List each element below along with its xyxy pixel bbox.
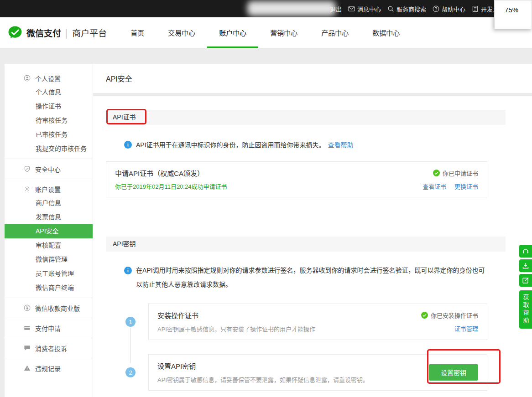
sidebar-label: 安全中心 [35, 165, 61, 174]
step-indicator-column: 2 [106, 354, 148, 391]
page-title-bar: API安全 [93, 64, 532, 93]
service-provider-search-label: 服务商搜索 [396, 5, 426, 13]
main-header: 微信支付 | 商户平台 首页 交易中心 账户中心 营销中心 产品中心 数据中心 [0, 17, 532, 48]
sidebar-item-violation-records[interactable]: 违规记录 [5, 361, 93, 375]
step-set-api-key-desc: API密钥属于敏感信息，请妥善保管不要泄露，如果怀疑信息泄露，请重设密钥。 [157, 375, 369, 384]
api-key-info: 在API调用时用来按照指定规则对你的请求参数进行签名，服务器收到你的请求时会进行… [124, 263, 489, 292]
info-icon [124, 267, 132, 274]
api-cert-info-text: API证书用于在通讯中标识你的身份，防止因盗用而给你带来损失。 [136, 140, 325, 150]
sidebar-group-violation: 违规记录 [5, 358, 93, 378]
step-install-cert-desc: API密钥属于敏感信息，只有安装了操作证书的用户才能操作 [157, 325, 315, 333]
help-center-link[interactable]: 帮助中心 [433, 5, 465, 13]
wechat-pay-merchant-platform: 退出 消息中心 服务商搜索 帮助中心 开发文档 [0, 0, 532, 397]
api-cert-card-right: 你已申请证书 查看证书 更换证书 [422, 168, 478, 191]
help-center-label: 帮助中心 [442, 5, 465, 13]
sidebar-item-security-center[interactable]: 安全中心 [5, 162, 93, 176]
step-set-api-key-title: 设置API密钥 [157, 361, 369, 371]
brand-name: 微信支付 [26, 26, 61, 39]
cert-manage-link[interactable]: 证书管理 [454, 325, 478, 332]
sidebar-label: 微信收款商业版 [35, 304, 80, 313]
sidebar-group-personal: 个人设置 个人信息 操作证书 待审核任务 已审核任务 我提交的审核任务 [5, 71, 93, 159]
platform-name: 商户平台 [72, 26, 107, 39]
step-set-api-key-box: 设置API密钥 API密钥属于敏感信息，请妥善保管不要泄露，如果怀疑信息泄露，请… [148, 354, 487, 391]
api-key-section-title: API密钥 [113, 240, 136, 247]
document-icon [472, 5, 479, 12]
sidebar-item-my-submitted-tasks[interactable]: 我提交的审核任务 [5, 142, 93, 156]
chat-bubble-icon [24, 345, 31, 351]
sidebar-item-merchant-terminal[interactable]: 微信商户终端 [5, 281, 93, 295]
sidebar-item-personal-settings[interactable]: 个人设置 [5, 71, 93, 85]
api-cert-card: 申请API证书（权威CA颁发） 你已于2019年02月11日20:24成功申请证… [106, 161, 487, 197]
sidebar-item-operation-cert[interactable]: 操作证书 [5, 99, 93, 113]
api-cert-card-subtitle: 你已于2019年02月11日20:24成功申请证书 [115, 182, 227, 191]
sidebar-item-merchant-info[interactable]: 商户信息 [5, 196, 93, 210]
info-icon [124, 141, 132, 149]
sidebar-item-reviewed-tasks[interactable]: 已审核任务 [5, 128, 93, 142]
step-set-api-key: 2 设置API密钥 API密钥属于敏感信息，请妥善保管不要泄露，如果怀疑信息泄露… [106, 354, 506, 391]
service-provider-search-link[interactable]: 服务商搜索 [387, 5, 426, 13]
install-cert-status-text: 你已安装操作证书 [431, 311, 478, 320]
get-help-button[interactable]: 获取帮助 [519, 290, 532, 329]
sidebar-item-wechat-group-mgmt[interactable]: 微信群管理 [5, 253, 93, 267]
browser-zoom-popup[interactable]: 75% [494, 0, 532, 29]
tab-home[interactable]: 首页 [119, 17, 156, 48]
api-key-steps: 1 安装操作证书 API密钥属于敏感信息，只有安装了操作证书的用户才能操作 你已… [106, 304, 506, 391]
sidebar-group-account: 账户设置 商户信息 发票信息 API安全 审核配置 微信群管理 员工账号管理 微… [5, 179, 93, 298]
api-cert-card-title: 申请API证书（权威CA颁发） [115, 168, 227, 178]
download-button[interactable] [519, 259, 532, 272]
tab-marketing-center[interactable]: 营销中心 [258, 17, 309, 48]
sidebar-item-staff-account-mgmt[interactable]: 员工账号管理 [5, 267, 93, 281]
brand[interactable]: 微信支付 | 商户平台 [7, 25, 107, 41]
question-icon [433, 5, 439, 12]
install-cert-status: 你已安装操作证书 [421, 311, 478, 320]
view-cert-link[interactable]: 查看证书 [422, 183, 446, 190]
tab-account-center[interactable]: 账户中心 [207, 17, 258, 48]
customer-service-button[interactable] [519, 245, 532, 258]
set-api-key-button[interactable]: 设置密钥 [429, 364, 478, 381]
sidebar-item-account-settings[interactable]: 账户设置 [5, 182, 93, 196]
primary-nav: 首页 交易中心 账户中心 营销中心 产品中心 数据中心 [119, 17, 412, 48]
sidebar-item-review-config[interactable]: 审核配置 [5, 238, 93, 253]
zoom-level-value: 75% [505, 6, 518, 14]
sidebar-item-personal-info[interactable]: 个人信息 [5, 85, 93, 99]
sidebar-item-consumer-complaints[interactable]: 消费者投诉 [5, 341, 93, 355]
step-install-cert: 1 安装操作证书 API密钥属于敏感信息，只有安装了操作证书的用户才能操作 你已… [106, 304, 506, 340]
sidebar-item-wechat-collect-business[interactable]: 微信收款商业版 [5, 301, 93, 315]
sidebar-item-invoice-info[interactable]: 发票信息 [5, 210, 93, 224]
check-circle-icon [421, 312, 428, 319]
api-key-info-text: 在API调用时用来按照指定规则对你的请求参数进行签名，服务器收到你的请求时会进行… [136, 263, 489, 292]
message-center-link[interactable]: 消息中心 [348, 5, 381, 13]
floating-help-widget: 获取帮助 [519, 245, 532, 329]
api-cert-section-title: API证书 [113, 113, 136, 121]
view-help-link[interactable]: 查看帮助 [328, 140, 354, 150]
sidebar: 个人设置 个人信息 操作证书 待审核任务 已审核任务 我提交的审核任务 安全中心… [5, 64, 93, 397]
step-install-cert-right: 你已安装操作证书 证书管理 [421, 310, 478, 333]
feedback-button[interactable] [519, 274, 532, 287]
tab-data-center[interactable]: 数据中心 [360, 17, 412, 48]
brand-divider: | [65, 26, 68, 39]
sidebar-group-business-pay: 微信收款商业版 [5, 298, 93, 318]
api-cert-links: 查看证书 更换证书 [422, 182, 478, 191]
sidebar-item-api-security[interactable]: API安全 [5, 224, 93, 238]
replace-cert-link[interactable]: 更换证书 [454, 183, 478, 190]
tab-transaction-center[interactable]: 交易中心 [156, 17, 207, 48]
tab-product-center[interactable]: 产品中心 [309, 17, 360, 48]
step-install-cert-left: 安装操作证书 API密钥属于敏感信息，只有安装了操作证书的用户才能操作 [157, 310, 315, 333]
user-icon [24, 75, 31, 82]
sidebar-group-complaint: 消费者投诉 [5, 338, 93, 358]
api-key-section-header: API密钥 [106, 237, 506, 252]
sidebar-label: 违规记录 [35, 364, 61, 373]
api-cert-card-left: 申请API证书（权威CA颁发） 你已于2019年02月11日20:24成功申请证… [115, 168, 227, 191]
sidebar-item-pending-tasks[interactable]: 待审核任务 [5, 113, 93, 128]
sidebar-item-payment-application[interactable]: 支付申请 [5, 321, 93, 335]
mail-icon [348, 5, 355, 12]
step-install-cert-box: 安装操作证书 API密钥属于敏感信息，只有安装了操作证书的用户才能操作 你已安装… [148, 304, 487, 340]
step-number-badge: 2 [125, 367, 136, 377]
customer-service-icon [522, 247, 529, 255]
step-indicator-column: 1 [106, 304, 148, 340]
wechat-pay-logo-icon [7, 25, 23, 41]
api-cert-status: 你已申请证书 [433, 169, 478, 177]
gear-icon [24, 186, 31, 192]
step-set-api-key-right: 设置密钥 [429, 361, 478, 384]
cert-manage-row: 证书管理 [454, 324, 478, 333]
